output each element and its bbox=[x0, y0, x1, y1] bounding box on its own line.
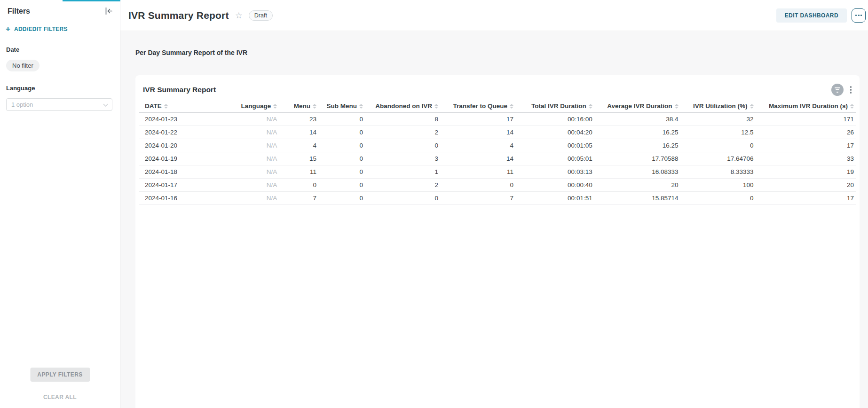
cell-ivr-utilization: 12.5 bbox=[680, 126, 756, 139]
cell-total-ivr-duration: 00:04:20 bbox=[515, 126, 594, 139]
clear-all-button[interactable]: CLEAR ALL bbox=[0, 394, 120, 400]
column-header-transfer-to-queue[interactable]: Transfer to Queue bbox=[440, 101, 515, 113]
cell-average-ivr-duration: 16.25 bbox=[594, 139, 680, 152]
cell-ivr-utilization: 100 bbox=[680, 179, 756, 192]
cell-maximum-ivr-duration-s: 171 bbox=[756, 113, 856, 126]
chart-title: IVR Summary Report bbox=[143, 86, 831, 94]
table-wrapper: DATELanguageMenuSub MenuAbandoned on IVR… bbox=[135, 101, 860, 205]
cell-date: 2024-01-17 bbox=[139, 179, 218, 192]
cell-sub-menu: 0 bbox=[318, 126, 365, 139]
cell-menu: 0 bbox=[279, 179, 318, 192]
sort-icon bbox=[510, 104, 513, 109]
column-label: Language bbox=[241, 102, 271, 110]
cell-transfer-to-queue: 7 bbox=[440, 192, 515, 205]
column-header-ivr-utilization[interactable]: IVR Utilization (%) bbox=[680, 101, 756, 113]
cell-ivr-utilization: 0 bbox=[680, 139, 756, 152]
draft-status-badge[interactable]: Draft bbox=[249, 10, 273, 21]
edit-dashboard-button[interactable]: EDIT DASHBOARD bbox=[776, 8, 847, 23]
cell-total-ivr-duration: 00:05:01 bbox=[515, 152, 594, 165]
cell-date: 2024-01-18 bbox=[139, 165, 218, 179]
collapse-left-icon bbox=[104, 7, 113, 16]
sort-icon bbox=[675, 104, 679, 109]
cell-abandoned-on-ivr: 1 bbox=[365, 165, 440, 179]
language-filter-select[interactable]: 1 option bbox=[6, 98, 112, 111]
more-actions-button[interactable] bbox=[852, 8, 866, 23]
column-label: Abandoned on IVR bbox=[375, 102, 432, 110]
cell-maximum-ivr-duration-s: 17 bbox=[756, 139, 856, 152]
table-row: 2024-01-18N/A11011100:03:1316.083338.333… bbox=[139, 165, 856, 179]
sort-icon bbox=[164, 104, 168, 109]
cell-transfer-to-queue: 0 bbox=[440, 179, 515, 192]
column-header-language[interactable]: Language bbox=[218, 101, 279, 113]
table-head: DATELanguageMenuSub MenuAbandoned on IVR… bbox=[139, 101, 856, 113]
cell-sub-menu: 0 bbox=[318, 165, 365, 179]
cell-language: N/A bbox=[218, 165, 279, 179]
cell-maximum-ivr-duration-s: 19 bbox=[756, 165, 856, 179]
column-header-abandoned-on-ivr[interactable]: Abandoned on IVR bbox=[365, 101, 440, 113]
cell-maximum-ivr-duration-s: 20 bbox=[756, 179, 856, 192]
cell-average-ivr-duration: 16.25 bbox=[594, 126, 680, 139]
cell-menu: 23 bbox=[279, 113, 318, 126]
column-header-average-ivr-duration[interactable]: Average IVR Duration bbox=[594, 101, 680, 113]
sort-icon bbox=[589, 104, 592, 109]
plus-icon: + bbox=[6, 25, 10, 33]
column-label: DATE bbox=[145, 102, 162, 110]
table-row: 2024-01-23N/A23081700:16:0038.432171 bbox=[139, 113, 856, 126]
applied-filters-indicator[interactable] bbox=[831, 84, 844, 96]
table-row: 2024-01-17N/A002000:00:402010020 bbox=[139, 179, 856, 192]
add-edit-filters-button[interactable]: + ADD/EDIT FILTERS bbox=[6, 25, 112, 33]
date-filter-group: Date No filter bbox=[0, 46, 120, 71]
ivr-summary-chart-card: IVR Summary Report DATELanguageMenuSub M… bbox=[135, 75, 860, 408]
cell-transfer-to-queue: 14 bbox=[440, 126, 515, 139]
cell-language: N/A bbox=[218, 113, 279, 126]
collapse-filters-button[interactable] bbox=[104, 7, 113, 16]
funnel-icon bbox=[835, 87, 840, 88]
cell-menu: 15 bbox=[279, 152, 318, 165]
sort-icon bbox=[313, 104, 316, 109]
cell-abandoned-on-ivr: 0 bbox=[365, 139, 440, 152]
table-row: 2024-01-20N/A400400:01:0516.25017 bbox=[139, 139, 856, 152]
filters-header: Filters bbox=[0, 0, 120, 16]
ellipsis-icon bbox=[855, 15, 857, 16]
cell-language: N/A bbox=[218, 152, 279, 165]
cell-ivr-utilization: 0 bbox=[680, 192, 756, 205]
dashboard-header: IVR Summary Report ☆ Draft EDIT DASHBOAR… bbox=[120, 0, 868, 31]
column-header-total-ivr-duration[interactable]: Total IVR Duration bbox=[515, 101, 594, 113]
column-label: Transfer to Queue bbox=[453, 102, 508, 110]
table-row: 2024-01-16N/A700700:01:5115.85714017 bbox=[139, 192, 856, 205]
cell-sub-menu: 0 bbox=[318, 113, 365, 126]
cell-sub-menu: 0 bbox=[318, 152, 365, 165]
date-filter-value-chip[interactable]: No filter bbox=[6, 60, 39, 71]
cell-sub-menu: 0 bbox=[318, 139, 365, 152]
cell-transfer-to-queue: 11 bbox=[440, 165, 515, 179]
filters-sidebar: Filters + ADD/EDIT FILTERS Date No filte… bbox=[0, 0, 120, 408]
column-header-menu[interactable]: Menu bbox=[279, 101, 318, 113]
cell-transfer-to-queue: 4 bbox=[440, 139, 515, 152]
cell-total-ivr-duration: 00:16:00 bbox=[515, 113, 594, 126]
sort-icon bbox=[750, 104, 754, 109]
kebab-menu-icon bbox=[850, 86, 852, 88]
cell-total-ivr-duration: 00:00:40 bbox=[515, 179, 594, 192]
chart-card-header: IVR Summary Report bbox=[135, 75, 860, 101]
column-header-sub-menu[interactable]: Sub Menu bbox=[318, 101, 365, 113]
cell-date: 2024-01-19 bbox=[139, 152, 218, 165]
dashboard-description: Per Day Summary Report of the IVR bbox=[135, 49, 247, 56]
apply-filters-button[interactable]: APPLY FILTERS bbox=[30, 368, 90, 382]
cell-abandoned-on-ivr: 2 bbox=[365, 126, 440, 139]
cell-language: N/A bbox=[218, 126, 279, 139]
cell-sub-menu: 0 bbox=[318, 192, 365, 205]
cell-date: 2024-01-20 bbox=[139, 139, 218, 152]
cell-menu: 11 bbox=[279, 165, 318, 179]
page-title: IVR Summary Report bbox=[128, 10, 229, 21]
cell-transfer-to-queue: 14 bbox=[440, 152, 515, 165]
column-label: Menu bbox=[294, 102, 310, 110]
column-header-date[interactable]: DATE bbox=[139, 101, 218, 113]
chart-options-button[interactable] bbox=[848, 85, 854, 94]
column-header-maximum-ivr-duration-s[interactable]: Maximum IVR Duration (s) bbox=[756, 101, 856, 113]
filters-tab-indicator bbox=[63, 0, 120, 1]
header-row: DATELanguageMenuSub MenuAbandoned on IVR… bbox=[139, 101, 856, 113]
language-select-value: 1 option bbox=[11, 101, 33, 108]
column-label: IVR Utilization (%) bbox=[693, 102, 748, 110]
cell-average-ivr-duration: 16.08333 bbox=[594, 165, 680, 179]
favorite-star-icon[interactable]: ☆ bbox=[235, 11, 243, 20]
